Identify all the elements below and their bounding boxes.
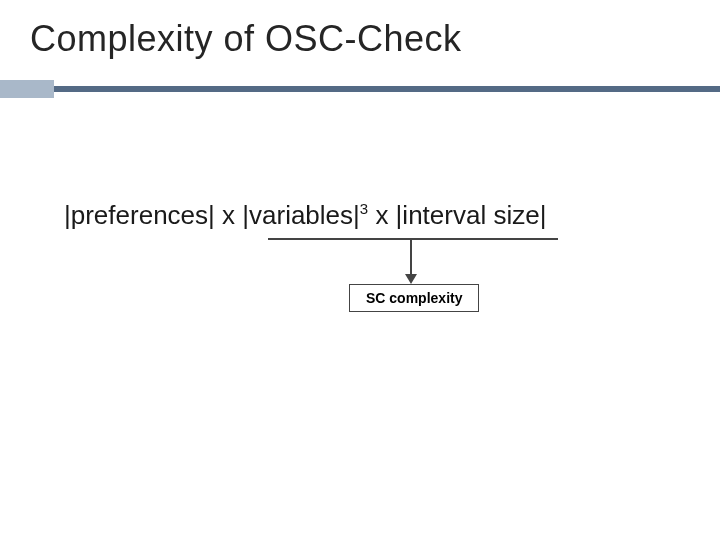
arrow-bar <box>268 238 558 240</box>
slide: Complexity of OSC-Check |preferences| x … <box>0 0 720 540</box>
formula-exponent: 3 <box>360 200 368 217</box>
formula-part-2: x |interval size| <box>368 200 546 230</box>
arrow-head-icon <box>405 274 417 284</box>
accent-line <box>54 86 720 92</box>
title-area: Complexity of OSC-Check <box>0 0 720 66</box>
complexity-formula: |preferences| x |variables|3 x |interval… <box>64 200 546 231</box>
accent-row <box>0 80 720 98</box>
content-area: |preferences| x |variables|3 x |interval… <box>0 98 720 498</box>
arrow-stem <box>410 238 412 276</box>
formula-part-1: |preferences| x |variables| <box>64 200 360 230</box>
slide-title: Complexity of OSC-Check <box>30 18 690 60</box>
accent-box <box>0 80 54 98</box>
callout-box: SC complexity <box>349 284 479 312</box>
